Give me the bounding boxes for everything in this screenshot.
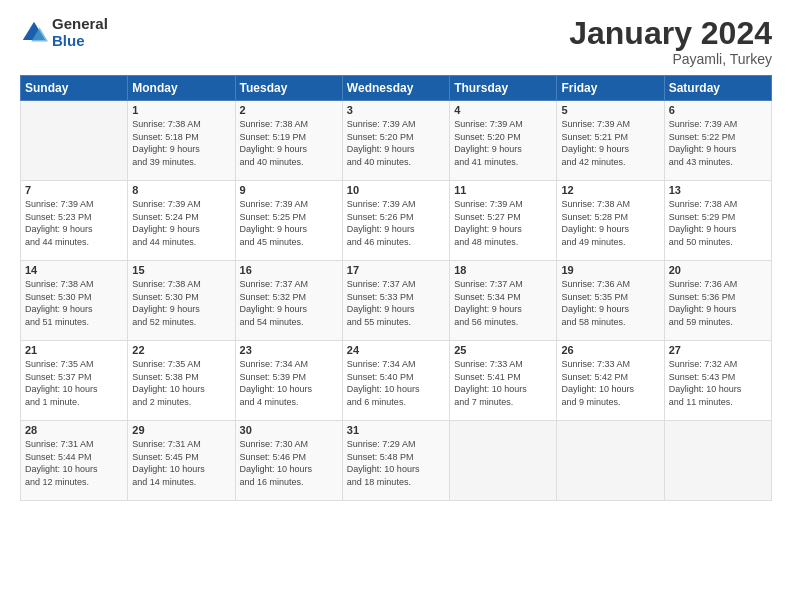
day-number: 29 <box>132 424 230 436</box>
calendar-cell: 28Sunrise: 7:31 AM Sunset: 5:44 PM Dayli… <box>21 421 128 501</box>
cell-content: Sunrise: 7:37 AM Sunset: 5:33 PM Dayligh… <box>347 278 445 328</box>
day-number: 31 <box>347 424 445 436</box>
cell-content: Sunrise: 7:30 AM Sunset: 5:46 PM Dayligh… <box>240 438 338 488</box>
calendar-cell: 12Sunrise: 7:38 AM Sunset: 5:28 PM Dayli… <box>557 181 664 261</box>
cell-content: Sunrise: 7:37 AM Sunset: 5:34 PM Dayligh… <box>454 278 552 328</box>
cell-content: Sunrise: 7:33 AM Sunset: 5:41 PM Dayligh… <box>454 358 552 408</box>
title-block: January 2024 Payamli, Turkey <box>569 16 772 67</box>
calendar-cell: 24Sunrise: 7:34 AM Sunset: 5:40 PM Dayli… <box>342 341 449 421</box>
cell-content: Sunrise: 7:29 AM Sunset: 5:48 PM Dayligh… <box>347 438 445 488</box>
day-number: 12 <box>561 184 659 196</box>
calendar-cell: 10Sunrise: 7:39 AM Sunset: 5:26 PM Dayli… <box>342 181 449 261</box>
day-number: 4 <box>454 104 552 116</box>
calendar-cell: 13Sunrise: 7:38 AM Sunset: 5:29 PM Dayli… <box>664 181 771 261</box>
calendar-cell: 14Sunrise: 7:38 AM Sunset: 5:30 PM Dayli… <box>21 261 128 341</box>
calendar-cell: 1Sunrise: 7:38 AM Sunset: 5:18 PM Daylig… <box>128 101 235 181</box>
calendar-cell: 16Sunrise: 7:37 AM Sunset: 5:32 PM Dayli… <box>235 261 342 341</box>
calendar-cell: 23Sunrise: 7:34 AM Sunset: 5:39 PM Dayli… <box>235 341 342 421</box>
logo-blue-text: Blue <box>52 33 108 50</box>
calendar-week-5: 28Sunrise: 7:31 AM Sunset: 5:44 PM Dayli… <box>21 421 772 501</box>
calendar-cell: 15Sunrise: 7:38 AM Sunset: 5:30 PM Dayli… <box>128 261 235 341</box>
day-number: 20 <box>669 264 767 276</box>
calendar-body: 1Sunrise: 7:38 AM Sunset: 5:18 PM Daylig… <box>21 101 772 501</box>
day-number: 28 <box>25 424 123 436</box>
calendar-cell: 19Sunrise: 7:36 AM Sunset: 5:35 PM Dayli… <box>557 261 664 341</box>
cell-content: Sunrise: 7:38 AM Sunset: 5:30 PM Dayligh… <box>132 278 230 328</box>
day-number: 11 <box>454 184 552 196</box>
day-number: 21 <box>25 344 123 356</box>
location-subtitle: Payamli, Turkey <box>569 51 772 67</box>
calendar-cell: 7Sunrise: 7:39 AM Sunset: 5:23 PM Daylig… <box>21 181 128 261</box>
cell-content: Sunrise: 7:39 AM Sunset: 5:25 PM Dayligh… <box>240 198 338 248</box>
header-day-sunday: Sunday <box>21 76 128 101</box>
header-row-days: SundayMondayTuesdayWednesdayThursdayFrid… <box>21 76 772 101</box>
day-number: 18 <box>454 264 552 276</box>
day-number: 27 <box>669 344 767 356</box>
calendar-cell: 27Sunrise: 7:32 AM Sunset: 5:43 PM Dayli… <box>664 341 771 421</box>
cell-content: Sunrise: 7:33 AM Sunset: 5:42 PM Dayligh… <box>561 358 659 408</box>
calendar-cell <box>664 421 771 501</box>
cell-content: Sunrise: 7:38 AM Sunset: 5:30 PM Dayligh… <box>25 278 123 328</box>
day-number: 1 <box>132 104 230 116</box>
cell-content: Sunrise: 7:39 AM Sunset: 5:21 PM Dayligh… <box>561 118 659 168</box>
calendar-header: SundayMondayTuesdayWednesdayThursdayFrid… <box>21 76 772 101</box>
day-number: 16 <box>240 264 338 276</box>
calendar-week-3: 14Sunrise: 7:38 AM Sunset: 5:30 PM Dayli… <box>21 261 772 341</box>
cell-content: Sunrise: 7:34 AM Sunset: 5:39 PM Dayligh… <box>240 358 338 408</box>
cell-content: Sunrise: 7:31 AM Sunset: 5:45 PM Dayligh… <box>132 438 230 488</box>
day-number: 2 <box>240 104 338 116</box>
calendar-cell <box>450 421 557 501</box>
header-day-wednesday: Wednesday <box>342 76 449 101</box>
cell-content: Sunrise: 7:36 AM Sunset: 5:35 PM Dayligh… <box>561 278 659 328</box>
cell-content: Sunrise: 7:38 AM Sunset: 5:28 PM Dayligh… <box>561 198 659 248</box>
calendar-cell: 21Sunrise: 7:35 AM Sunset: 5:37 PM Dayli… <box>21 341 128 421</box>
day-number: 3 <box>347 104 445 116</box>
calendar-cell: 17Sunrise: 7:37 AM Sunset: 5:33 PM Dayli… <box>342 261 449 341</box>
header-day-thursday: Thursday <box>450 76 557 101</box>
cell-content: Sunrise: 7:38 AM Sunset: 5:29 PM Dayligh… <box>669 198 767 248</box>
calendar-cell: 4Sunrise: 7:39 AM Sunset: 5:20 PM Daylig… <box>450 101 557 181</box>
cell-content: Sunrise: 7:35 AM Sunset: 5:37 PM Dayligh… <box>25 358 123 408</box>
calendar-cell: 31Sunrise: 7:29 AM Sunset: 5:48 PM Dayli… <box>342 421 449 501</box>
cell-content: Sunrise: 7:32 AM Sunset: 5:43 PM Dayligh… <box>669 358 767 408</box>
cell-content: Sunrise: 7:39 AM Sunset: 5:26 PM Dayligh… <box>347 198 445 248</box>
day-number: 26 <box>561 344 659 356</box>
calendar-week-4: 21Sunrise: 7:35 AM Sunset: 5:37 PM Dayli… <box>21 341 772 421</box>
day-number: 10 <box>347 184 445 196</box>
cell-content: Sunrise: 7:39 AM Sunset: 5:20 PM Dayligh… <box>454 118 552 168</box>
day-number: 7 <box>25 184 123 196</box>
day-number: 22 <box>132 344 230 356</box>
day-number: 30 <box>240 424 338 436</box>
cell-content: Sunrise: 7:38 AM Sunset: 5:18 PM Dayligh… <box>132 118 230 168</box>
calendar-cell: 20Sunrise: 7:36 AM Sunset: 5:36 PM Dayli… <box>664 261 771 341</box>
calendar-cell: 29Sunrise: 7:31 AM Sunset: 5:45 PM Dayli… <box>128 421 235 501</box>
header-row: General Blue January 2024 Payamli, Turke… <box>20 16 772 67</box>
day-number: 14 <box>25 264 123 276</box>
calendar-cell <box>21 101 128 181</box>
page-container: General Blue January 2024 Payamli, Turke… <box>0 0 792 511</box>
calendar-table: SundayMondayTuesdayWednesdayThursdayFrid… <box>20 75 772 501</box>
calendar-cell: 26Sunrise: 7:33 AM Sunset: 5:42 PM Dayli… <box>557 341 664 421</box>
logo-icon <box>20 19 48 47</box>
calendar-cell: 11Sunrise: 7:39 AM Sunset: 5:27 PM Dayli… <box>450 181 557 261</box>
logo-general-text: General <box>52 16 108 33</box>
calendar-cell: 18Sunrise: 7:37 AM Sunset: 5:34 PM Dayli… <box>450 261 557 341</box>
header-day-tuesday: Tuesday <box>235 76 342 101</box>
cell-content: Sunrise: 7:38 AM Sunset: 5:19 PM Dayligh… <box>240 118 338 168</box>
logo-text: General Blue <box>52 16 108 49</box>
day-number: 24 <box>347 344 445 356</box>
header-day-saturday: Saturday <box>664 76 771 101</box>
day-number: 8 <box>132 184 230 196</box>
logo: General Blue <box>20 16 108 49</box>
day-number: 13 <box>669 184 767 196</box>
cell-content: Sunrise: 7:34 AM Sunset: 5:40 PM Dayligh… <box>347 358 445 408</box>
day-number: 25 <box>454 344 552 356</box>
calendar-cell <box>557 421 664 501</box>
calendar-cell: 5Sunrise: 7:39 AM Sunset: 5:21 PM Daylig… <box>557 101 664 181</box>
calendar-cell: 25Sunrise: 7:33 AM Sunset: 5:41 PM Dayli… <box>450 341 557 421</box>
day-number: 23 <box>240 344 338 356</box>
cell-content: Sunrise: 7:39 AM Sunset: 5:27 PM Dayligh… <box>454 198 552 248</box>
calendar-week-2: 7Sunrise: 7:39 AM Sunset: 5:23 PM Daylig… <box>21 181 772 261</box>
cell-content: Sunrise: 7:39 AM Sunset: 5:23 PM Dayligh… <box>25 198 123 248</box>
day-number: 5 <box>561 104 659 116</box>
